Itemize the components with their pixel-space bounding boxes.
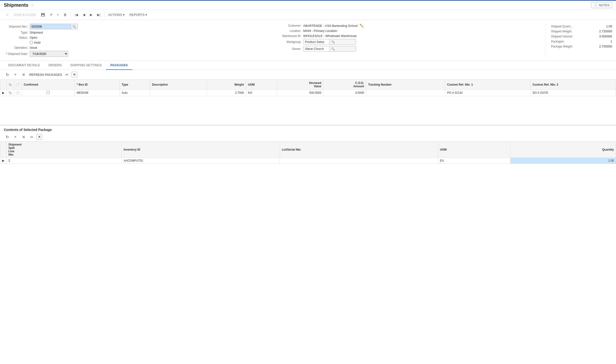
col-box-id: * Box ID (75, 80, 120, 90)
workgroup-label: Workgroup: (277, 40, 301, 44)
packages-fit-btn[interactable]: ⇔ (63, 71, 70, 78)
stats-col: Shipped Quant... 1.00 Shipped Weight: 2.… (545, 24, 612, 57)
shipped-quant-label: Shipped Quant... (551, 25, 573, 28)
tab-packages[interactable]: PACKAGES (106, 61, 132, 70)
tab-shipping-settings[interactable]: SHIPPING SETTINGS (66, 61, 106, 70)
next-button[interactable]: ▶ (88, 12, 94, 18)
contents-row-uom: EA (438, 158, 511, 164)
package-weight-row: Package Weight: 2.750000 (551, 44, 612, 49)
row-weight: 2.7500 (207, 90, 246, 96)
contents-row-lot-serial (280, 158, 438, 164)
favorite-icon[interactable]: ☆ (31, 3, 34, 7)
row-uom: KG (246, 90, 277, 96)
tab-orders[interactable]: ORDERS (44, 61, 66, 70)
row-doc: 📄 (14, 90, 22, 96)
shipped-weight-label: Shipped Weight: (551, 30, 572, 33)
contents-col-inventory-id: Inventory ID (122, 142, 280, 158)
location-label: Location: (277, 29, 301, 33)
col-custom-ref-2: Custom Ref. Nbr. 2 (530, 80, 616, 90)
col-weight: Weight (207, 80, 246, 90)
shipped-weight-row: Shipped Weight: 2.720000 (551, 29, 612, 34)
row-expand-arrow[interactable]: ▶ (0, 90, 6, 96)
contents-add-btn[interactable]: + (12, 134, 19, 140)
next-icon: ▶ (90, 13, 92, 16)
first-icon: |◀ (75, 13, 78, 16)
packages-export-btn[interactable]: ✕ (71, 72, 77, 78)
owner-search-icon[interactable]: 🔍 (329, 47, 356, 51)
refresh-packages-label: REFRESH PACKAGES (29, 73, 62, 77)
page-title: Shipments (4, 2, 28, 8)
last-button[interactable]: ▶| (95, 12, 102, 18)
col-declared-value: DeclaredValue (277, 80, 323, 90)
row-attach: 📎 (6, 90, 14, 96)
contents-refresh-btn[interactable]: ↻ (4, 134, 11, 140)
delete-button[interactable]: 🗑 (62, 12, 69, 18)
operation-value: Issue (30, 46, 37, 49)
col-attach: 📎 (6, 80, 14, 90)
hold-row: Hold (30, 41, 272, 44)
col-type: Type (120, 80, 150, 90)
first-button[interactable]: |◀ (73, 12, 80, 18)
actions-button[interactable]: ACTIONS (106, 12, 127, 18)
contents-table-row[interactable]: ▶ 2 AACOMPUT01 EA 1.00 (0, 158, 616, 164)
package-weight-value: 2.750000 (593, 45, 612, 48)
save-button[interactable]: 💾 (39, 12, 47, 18)
workgroup-search-icon[interactable]: 🔍 (329, 39, 356, 44)
packages-row: Packages: 1 (551, 39, 612, 44)
contents-export-btn[interactable]: ✕ (37, 134, 42, 140)
reports-button[interactable]: REPORTS (128, 12, 149, 18)
col-cod-amount: C.O.D.Amount (323, 80, 366, 90)
owner-row: Owner: Steve Church 🔍 (277, 46, 545, 52)
hold-checkbox[interactable] (30, 41, 33, 44)
row-cod-amount: 0.0000 (323, 90, 366, 96)
customer-edit-icon[interactable]: ✏️ (360, 24, 364, 27)
contents-col-lot-serial: Lot/Serial Nbr. (280, 142, 438, 158)
contents-col-line-nbr: ShipmentSplitLineNbr. (6, 142, 122, 158)
shipment-date-select[interactable]: 7/16/2020 (30, 51, 68, 57)
shipped-weight-value: 2.720000 (593, 29, 612, 33)
contents-fit-btn[interactable]: ⇔ (28, 134, 35, 140)
packages-delete-btn[interactable]: ✕ (20, 71, 27, 78)
contents-table-container: ShipmentSplitLineNbr. Inventory ID Lot/S… (0, 142, 616, 164)
contents-row-expand[interactable]: ▶ (0, 158, 6, 164)
contents-delete-btn[interactable]: ✕ (20, 134, 27, 140)
shipment-nbr-search-icon[interactable]: 🔍 (71, 24, 78, 29)
packages-add-btn[interactable]: + (12, 71, 19, 78)
packages-refresh-btn[interactable]: ↻ (4, 71, 11, 78)
shipped-quant-value: 1.00 (593, 25, 612, 28)
undo-button[interactable]: ↺ (48, 12, 54, 18)
shipment-date-row: Shipment Date: 7/16/2020 (4, 51, 272, 57)
row-declared-value: 500.0000 (277, 90, 323, 96)
save-icon: 💾 (41, 13, 45, 16)
shipment-nbr-field[interactable]: 🔍 (30, 24, 78, 29)
row-box-id: MEDIUM (75, 90, 120, 96)
col-confirmed: Confirmed (22, 80, 75, 90)
row-custom-ref-1: PO # 22134 (445, 90, 531, 96)
table-row[interactable]: ▶ 📎 📄 MEDIUM Auto 2.7500 KG 500.0000 0.0… (0, 90, 616, 96)
notes-button[interactable]: 📄 NOTES (591, 2, 612, 8)
contents-col-expand (0, 142, 6, 158)
tab-document-details[interactable]: DOCUMENT DETAILS (4, 61, 44, 70)
shipment-nbr-input[interactable] (30, 24, 71, 29)
workgroup-row: Workgroup: Product Sales 🔍 (277, 39, 545, 45)
shipped-quant-row: Shipped Quant... 1.00 (551, 24, 612, 29)
bottom-section: Contents of Selected Package ↻ + ✕ ⇔ ✕ S… (0, 125, 616, 164)
contents-table: ShipmentSplitLineNbr. Inventory ID Lot/S… (0, 142, 616, 164)
prev-button[interactable]: ◀ (81, 12, 87, 18)
add-button[interactable]: + (55, 12, 61, 18)
save-close-button[interactable]: SAVE & CLOSE (12, 12, 38, 18)
form-col-middle: Customer: ABARTENDE - USA Bartending Sch… (277, 24, 545, 57)
top-bar: Shipments ☆ 📄 NOTES (0, 1, 616, 10)
type-row: Type: Shipment (4, 31, 272, 34)
warehouse-value: WHOLESALE - Wholesale Warehouse (303, 34, 357, 38)
back-button[interactable]: ← (4, 12, 11, 18)
bottom-section-title: Contents of Selected Package (0, 125, 616, 133)
row-confirmed[interactable] (22, 90, 75, 96)
customer-label: Customer: (277, 24, 301, 27)
row-type: Auto (120, 90, 150, 96)
row-tracking-number (366, 90, 445, 96)
contents-col-uom: UOM (438, 142, 511, 158)
confirmed-checkbox[interactable] (47, 91, 50, 94)
customer-value: ABARTENDE - USA Bartending School (303, 24, 358, 27)
col-custom-ref-1: Custom Ref. Nbr. 1 (445, 80, 531, 90)
